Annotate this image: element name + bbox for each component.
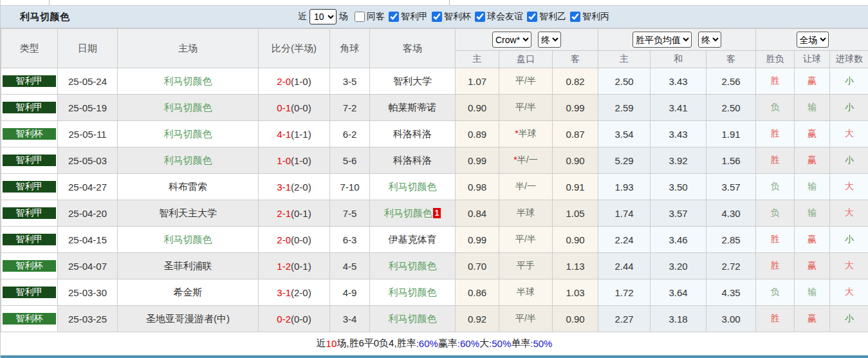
odds-away-cell: 1.13 [553,253,598,279]
bookmaker-select[interactable]: Crow* [492,32,531,48]
wdl-result-cell: 负 [756,279,795,306]
handicap-cell: 半/一 [499,174,553,200]
title-bar: 利马切颜色 近 10 场 同客 智利甲 智利杯 球会友谊 智利乙 [1,5,868,28]
filter-bar: 近 10 场 同客 智利甲 智利杯 球会友谊 智利乙 [295,6,609,28]
table-row: 智利甲 25-05-19 利马切颜色 0-1(0-0) 7-2 帕莱斯蒂诺 0.… [1,95,868,121]
home-team-link[interactable]: 利马切颜色 [164,234,212,245]
score-cell: 2-0(0-0) [259,227,330,253]
goals-result-cell: 大 [830,174,868,200]
home-team-link[interactable]: 利马切颜色 [164,75,212,86]
away-team-link[interactable]: 利马切颜色 [389,181,437,192]
home-team-cell: 利马切颜色 [118,147,259,174]
home-team-link[interactable]: 利马切颜色 [164,102,212,113]
odds-stage-select[interactable]: 终 [538,32,561,48]
summary-count: 10 [326,338,337,349]
avg-draw-cell: 3.57 [651,200,706,227]
handicap-result-cell: 输 [795,279,830,306]
subheader-odds-home: 主 [456,51,499,68]
wdl-result-cell: 负 [756,200,795,227]
home-team-link[interactable]: 希金斯 [174,287,203,297]
home-team-link[interactable]: 利马切颜色 [164,128,212,139]
date-cell: 25-05-24 [58,68,118,95]
odds-away-cell: 1.05 [553,200,598,227]
league-checkbox[interactable] [475,12,485,22]
fulltime-score-link[interactable]: 2-0 [277,234,291,245]
avg-group-header: 胜平负均值 终 [598,29,756,51]
fulltime-score-link[interactable]: 1-2 [277,261,291,272]
odds-home-cell: 0.99 [456,227,499,253]
away-team-link[interactable]: 科洛科洛 [393,155,432,165]
away-team-link[interactable]: 伊基克体育 [389,234,437,245]
halftime-score: (1-0) [291,155,311,166]
avg-draw-cell: 3.20 [651,253,706,279]
away-team-link[interactable]: 利马切颜色 [384,207,432,218]
halftime-score: (0-0) [291,314,311,325]
fulltime-score-link[interactable]: 4-1 [277,129,291,140]
league-checkbox-label: 球会友谊 [487,11,523,23]
subheader-handicap: 盘口 [499,51,553,68]
fulltime-score-link[interactable]: 0-1 [277,102,291,113]
stat-win-label: 胜率 [397,337,416,350]
avg-draw-cell: 3.43 [651,68,706,95]
odds-group-header: Crow* 终 [456,29,598,51]
league-checkbox[interactable] [355,12,365,22]
away-team-link[interactable]: 利马切颜色 [389,260,437,271]
league-checkbox[interactable] [432,12,442,22]
games-label: 场 [339,11,348,23]
handicap-result-cell: 输 [795,200,830,227]
avg-away-cell: 4.30 [706,200,756,227]
fulltime-score-link[interactable]: 2-1 [277,208,291,219]
handicap-cell: 平/半 [499,306,553,332]
home-team-link[interactable]: 圣菲利浦联 [164,260,212,271]
away-team-link[interactable]: 利马切颜色 [389,287,437,297]
away-team-cell: 利马切颜色1 [370,200,456,227]
avg-away-cell: 2.72 [706,253,756,279]
handicap-cell: 平/半 [499,68,553,95]
avg-draw-cell: 3.50 [651,174,706,200]
home-team-link[interactable]: 利马切颜色 [164,155,212,165]
away-team-link[interactable]: 帕莱斯蒂诺 [389,102,437,113]
avg-stage-select[interactable]: 终 [698,32,721,48]
home-team-link[interactable]: 智利天主大学 [159,207,217,218]
corners-cell: 7-5 [330,200,370,227]
fulltime-score-link[interactable]: 3-1 [277,287,291,298]
wdl-result-cell: 胜 [756,306,795,332]
league-filter-option: 智利丙 [566,11,609,23]
table-row: 智利杯 25-04-07 圣菲利浦联 1-2(0-1) 4-5 利马切颜色 0.… [1,253,868,279]
away-team-link[interactable]: 利马切颜色 [389,313,437,324]
score-cell: 4-1(1-1) [259,121,330,147]
home-team-link[interactable]: 圣地亚哥漫游者(中) [146,313,230,324]
wdl-result-cell: 负 [756,174,795,200]
subheader-goals: 进球数 [830,51,868,68]
score-cell: 3-1(2-0) [259,174,330,200]
away-team-cell: 帕莱斯蒂诺 [370,95,456,121]
corners-cell: 4-9 [330,279,370,306]
league-checkbox[interactable] [570,12,580,22]
avg-away-cell: 2.50 [706,95,756,121]
avg-odds-select[interactable]: 胜平负均值 [633,32,692,48]
fulltime-score-link[interactable]: 3-1 [277,182,291,193]
scope-select[interactable]: 全场 [797,32,829,48]
away-team-link[interactable]: 智利大学 [393,75,432,86]
near-label: 近 [298,11,307,23]
wdl-result-cell: 负 [756,95,795,121]
league-checkbox[interactable] [527,12,537,22]
avg-away-cell: 3.00 [706,306,756,332]
score-cell: 0-1(0-0) [259,95,330,121]
odds-away-cell: 0.90 [553,147,598,174]
fulltime-score-link[interactable]: 2-0 [277,76,291,87]
avg-home-cell: 2.44 [598,253,651,279]
score-cell: 2-0(1-0) [259,68,330,95]
match-count-select[interactable]: 10 [309,9,337,24]
handicap-result-cell: 赢 [795,253,830,279]
avg-home-cell: 1.74 [598,200,651,227]
home-team-link[interactable]: 科布雷索 [169,181,207,192]
league-checkbox-label: 同客 [367,11,385,23]
fulltime-score-link[interactable]: 1-0 [277,155,291,166]
league-checkbox[interactable] [389,12,399,22]
fulltime-score-link[interactable]: 0-2 [277,314,291,325]
away-team-link[interactable]: 科洛科洛 [393,128,432,139]
home-team-cell: 利马切颜色 [118,68,259,95]
goals-result-cell: 大 [830,121,868,147]
handicap-cell: 半球 [499,279,553,306]
